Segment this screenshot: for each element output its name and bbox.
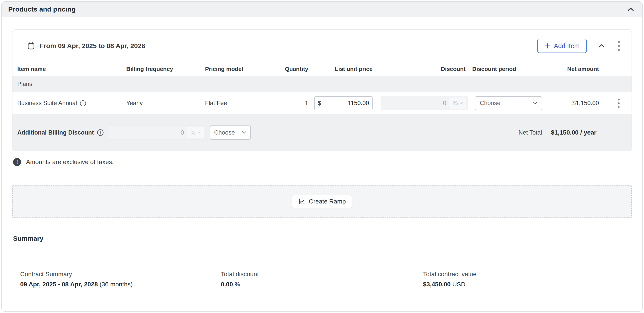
net-total-value: $1,150.00 / year <box>551 129 596 136</box>
discount-input <box>384 100 446 107</box>
additional-billing-discount-label: Additional Billing Discount <box>17 129 94 136</box>
kebab-menu-icon <box>618 40 620 51</box>
card-collapse-button[interactable] <box>597 42 606 49</box>
chevron-up-icon <box>627 7 634 11</box>
net-amount-cell: $1,150.00 <box>546 100 606 107</box>
panel-body: From 09 Apr, 2025 to 08 Apr, 2028 Add It… <box>2 29 642 308</box>
column-header-billing-frequency: Billing frequency <box>124 66 203 72</box>
chevron-down-icon <box>197 131 200 134</box>
total-contract-value: $3,450.00 <box>423 281 451 288</box>
products-pricing-panel: Products and pricing From 09 Apr, 2025 t… <box>1 1 643 312</box>
column-header-quantity: Quantity <box>275 66 310 72</box>
kebab-menu-icon <box>618 98 620 108</box>
column-header-net-amount: Net amount <box>546 66 606 72</box>
discount-period-placeholder: Choose <box>480 100 500 107</box>
additional-discount-period-select[interactable]: Choose <box>210 125 251 140</box>
currency-symbol: $ <box>318 100 321 107</box>
summary-title: Summary <box>12 235 632 242</box>
table-header-row: Item name Billing frequency Pricing mode… <box>12 62 632 76</box>
additional-discount-input <box>112 129 184 136</box>
card-menu-button[interactable] <box>616 39 621 52</box>
table-footer-row: Additional Billing Discount % Cho <box>12 114 632 151</box>
list-unit-price-input[interactable] <box>322 100 369 107</box>
discount-field: % <box>380 96 468 110</box>
panel-collapse-button[interactable] <box>626 6 635 13</box>
panel-header: Products and pricing <box>2 1 642 17</box>
contract-summary-label: Contract Summary <box>20 271 221 278</box>
tax-note-text: Amounts are exclusive of taxes. <box>26 158 114 166</box>
plus-icon <box>544 43 550 49</box>
chevron-down-icon <box>459 102 463 104</box>
contract-summary-block: Contract Summary 09 Apr, 2025 - 08 Apr, … <box>20 271 221 288</box>
total-contract-value-suffix: USD <box>451 281 466 288</box>
total-discount-suffix: % <box>233 281 240 288</box>
column-header-pricing-model: Pricing model <box>203 66 275 72</box>
discount-period-select[interactable]: Choose <box>475 96 542 110</box>
create-ramp-button[interactable]: Create Ramp <box>292 195 352 208</box>
discount-unit-selector: % <box>187 127 204 138</box>
column-header-item-name: Item name <box>12 66 124 72</box>
column-header-discount: Discount <box>377 66 469 72</box>
info-icon[interactable] <box>97 129 104 136</box>
billing-frequency-cell: Yearly <box>124 100 203 107</box>
chevron-down-icon <box>242 131 246 134</box>
total-discount-label: Total discount <box>221 271 423 278</box>
list-unit-price-field: $ <box>314 96 372 110</box>
card-toolbar: From 09 Apr, 2025 to 08 Apr, 2028 Add It… <box>12 30 632 62</box>
create-ramp-dropzone: Create Ramp <box>12 185 632 218</box>
column-header-list-unit-price: List unit price <box>310 66 377 72</box>
line-chart-icon <box>298 198 305 205</box>
item-name: Business Suite Annual <box>17 100 77 107</box>
additional-discount-field: % <box>109 125 206 140</box>
tax-note: ! Amounts are exclusive of taxes. <box>12 158 632 166</box>
summary-row: Contract Summary 09 Apr, 2025 - 08 Apr, … <box>12 271 632 288</box>
period-placeholder: Choose <box>214 129 235 136</box>
net-total-label: Net Total <box>518 129 542 136</box>
add-item-label: Add Item <box>554 42 580 50</box>
pricing-term-card: From 09 Apr, 2025 to 08 Apr, 2028 Add It… <box>12 29 632 151</box>
exclamation-icon: ! <box>13 158 21 166</box>
total-contract-value-block: Total contract value $3,450.00 USD <box>423 271 476 288</box>
page-title: Products and pricing <box>8 5 76 13</box>
contract-period-value: 09 Apr, 2025 - 08 Apr, 2028 <box>20 281 98 288</box>
chevron-down-icon <box>532 102 537 105</box>
calendar-icon <box>27 42 35 50</box>
date-range-text: From 09 Apr, 2025 to 08 Apr, 2028 <box>40 42 145 50</box>
row-menu-button[interactable] <box>616 97 621 110</box>
total-discount-value: 0.00 <box>221 281 233 288</box>
info-icon[interactable] <box>80 100 86 107</box>
chevron-up-icon <box>598 44 605 48</box>
group-row-plans: Plans <box>12 76 632 92</box>
create-ramp-label: Create Ramp <box>309 198 346 205</box>
column-header-discount-period: Discount period <box>469 66 546 72</box>
total-contract-value-label: Total contract value <box>423 271 476 278</box>
add-item-button[interactable]: Add Item <box>537 39 587 53</box>
group-label: Plans <box>17 81 32 88</box>
term-date-range: From 09 Apr, 2025 to 08 Apr, 2028 <box>27 42 145 50</box>
total-discount-block: Total discount 0.00 % <box>221 271 423 288</box>
percent-label: % <box>190 129 196 136</box>
summary-divider <box>12 251 632 251</box>
toolbar-actions: Add Item <box>537 39 621 53</box>
quantity-cell: 1 <box>275 100 310 107</box>
pricing-model-cell: Flat Fee <box>203 100 275 107</box>
discount-unit-selector: % <box>450 97 466 109</box>
table-row: Business Suite Annual Yearly Flat Fee 1 … <box>12 92 632 114</box>
contract-period-suffix: (36 months) <box>98 281 133 288</box>
percent-label: % <box>453 100 458 107</box>
